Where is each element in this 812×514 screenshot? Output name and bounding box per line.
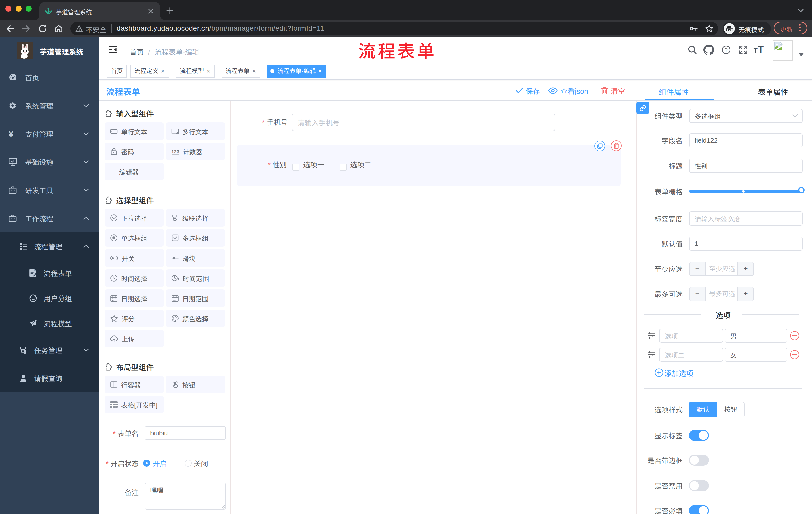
svg-text:?: ?	[725, 47, 728, 53]
svg-text:123: 123	[171, 149, 179, 154]
